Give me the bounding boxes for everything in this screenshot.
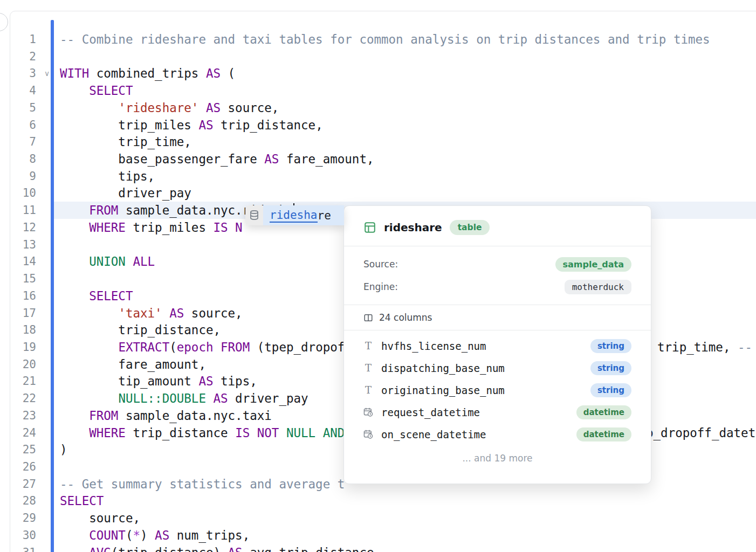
column-type-badge: string bbox=[590, 383, 631, 397]
line-number: 20 bbox=[10, 356, 36, 373]
code-token bbox=[60, 546, 89, 552]
column-name: originating_base_num bbox=[381, 384, 505, 396]
line-number: 27 bbox=[10, 475, 36, 493]
code-token bbox=[60, 340, 118, 354]
code-token: 'rideshare' bbox=[118, 101, 198, 115]
line-number: 28 bbox=[10, 492, 36, 509]
line-number: 16 bbox=[10, 287, 36, 305]
code-token bbox=[60, 289, 89, 303]
code-token: tips, bbox=[213, 374, 257, 388]
code-token bbox=[279, 426, 286, 440]
code-line-2[interactable] bbox=[60, 48, 756, 65]
line-number: 31 bbox=[10, 544, 36, 552]
code-line-7[interactable]: trip_time, bbox=[60, 133, 756, 150]
line-number: 9 bbox=[10, 168, 36, 185]
code-line-8[interactable]: base_passenger_fare AS fare_amount, bbox=[60, 150, 756, 168]
code-token bbox=[60, 409, 89, 423]
code-token: * bbox=[133, 528, 140, 542]
code-token bbox=[60, 391, 118, 405]
code-token: FROM bbox=[89, 409, 118, 423]
code-token: source, bbox=[184, 306, 242, 320]
line-number: 10 bbox=[10, 184, 36, 202]
column-row: Toriginating_base_numstring bbox=[363, 379, 631, 401]
code-line-1[interactable]: -- Combine rideshare and taxi tables for… bbox=[60, 31, 756, 48]
line-number: 19 bbox=[10, 339, 36, 356]
line-number: 25 bbox=[10, 441, 36, 458]
code-token: WHERE bbox=[89, 426, 126, 440]
code-line-9[interactable]: tips, bbox=[60, 168, 756, 185]
text-type-icon: T bbox=[363, 362, 373, 374]
collapsed-panel-handle[interactable] bbox=[0, 13, 8, 31]
line-number: 15 bbox=[10, 270, 36, 287]
code-token: WHERE bbox=[89, 220, 126, 234]
line-number: 23 bbox=[10, 407, 36, 424]
columns-count-label: 24 columns bbox=[379, 312, 432, 323]
code-line-3[interactable]: WITH combined_trips AS ( bbox=[60, 65, 756, 82]
popover-header: rideshare table bbox=[344, 206, 651, 246]
column-type-badge: string bbox=[590, 361, 631, 375]
code-token: base_passenger_fare bbox=[60, 152, 264, 166]
code-token: ( bbox=[126, 528, 133, 542]
table-info-popover: rideshare table Source:sample_dataEngine… bbox=[343, 205, 651, 484]
code-line-6[interactable]: trip_miles AS trip_distance, bbox=[60, 116, 756, 134]
code-token: fare_amount, bbox=[279, 152, 374, 166]
code-token: AS bbox=[169, 306, 184, 320]
code-token: -- Combine rideshare and taxi tables for… bbox=[60, 32, 710, 46]
code-token bbox=[126, 254, 133, 268]
code-line-29[interactable]: source, bbox=[60, 509, 756, 527]
code-token: -- Get summary statistics and average t bbox=[60, 477, 345, 491]
code-line-10[interactable]: driver_pay bbox=[60, 184, 756, 202]
column-row: request_datetimedatetime bbox=[363, 401, 631, 423]
code-token bbox=[60, 101, 118, 115]
code-token: trip_distance, bbox=[60, 323, 221, 337]
code-line-5[interactable]: 'rideshare' AS source, bbox=[60, 99, 756, 116]
autocomplete-item-rideshare[interactable]: rideshare bbox=[263, 205, 344, 225]
line-number: 13 bbox=[10, 236, 36, 253]
code-token: tip_amount bbox=[60, 374, 198, 388]
code-token bbox=[206, 391, 214, 405]
line-number: 30 bbox=[10, 527, 36, 544]
code-line-4[interactable]: SELECT bbox=[60, 82, 756, 99]
code-token: trip_distance, bbox=[213, 118, 322, 132]
more-columns-label: ... and 19 more bbox=[344, 445, 651, 464]
code-token: AS bbox=[155, 528, 169, 542]
table-type-badge: table bbox=[450, 220, 490, 235]
code-token: source, bbox=[60, 511, 140, 525]
column-row: Thvfhs_license_numstring bbox=[363, 335, 631, 357]
code-token: EXTRACT bbox=[118, 340, 169, 354]
code-token: AS bbox=[228, 546, 243, 552]
code-line-28[interactable]: SELECT bbox=[60, 492, 756, 509]
code-token: (tpep_dropof bbox=[250, 340, 345, 354]
code-token: ( bbox=[221, 66, 235, 80]
code-token: p_dropoff_dateti bbox=[646, 426, 756, 440]
columns-list: Thvfhs_license_numstringTdispatching_bas… bbox=[344, 330, 651, 445]
code-token bbox=[60, 426, 89, 440]
line-number: 11 bbox=[10, 202, 36, 219]
code-token: COUNT bbox=[89, 528, 126, 542]
code-line-31[interactable]: AVG(trip_distance) AS avg_trip_distance, bbox=[60, 544, 756, 552]
code-token: tips, bbox=[60, 169, 155, 183]
line-number: 7 bbox=[10, 133, 36, 150]
code-token: sample_data.nyc.taxi bbox=[118, 409, 271, 423]
database-icon bbox=[245, 205, 263, 225]
code-token: trip_miles bbox=[60, 118, 198, 132]
code-token: -- bbox=[738, 340, 752, 354]
columns-icon bbox=[363, 313, 373, 323]
column-row: Tdispatching_base_numstring bbox=[363, 357, 631, 379]
code-token: (trip_distance) bbox=[111, 546, 228, 552]
line-number: 24 bbox=[10, 424, 36, 441]
code-token: avg_trip_distance, bbox=[243, 546, 381, 552]
code-token: ) bbox=[60, 443, 67, 457]
code-token: UNION bbox=[89, 254, 126, 268]
column-name: hvfhs_license_num bbox=[381, 340, 486, 352]
code-token: AS bbox=[198, 374, 213, 388]
meta-row: Source:sample_data bbox=[363, 253, 631, 275]
code-token: AS bbox=[213, 391, 228, 405]
code-line-30[interactable]: COUNT(*) AS num_trips, bbox=[60, 527, 756, 544]
code-token: SELECT bbox=[89, 84, 133, 98]
code-token: trip_distance bbox=[126, 426, 235, 440]
code-token-group: p_dropoff_dateti bbox=[646, 424, 756, 441]
code-token: ) bbox=[140, 528, 155, 542]
code-token: ( bbox=[169, 340, 177, 354]
line-number: 29 bbox=[10, 509, 36, 527]
